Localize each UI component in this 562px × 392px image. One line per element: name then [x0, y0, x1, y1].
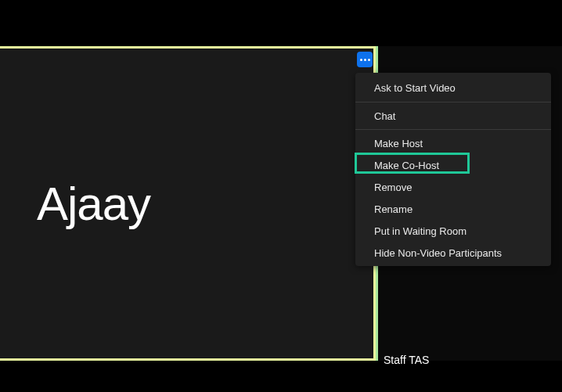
- menu-item-ask-start-video[interactable]: Ask to Start Video: [355, 75, 551, 99]
- participant-name-main: Ajaay: [37, 177, 150, 231]
- more-options-button[interactable]: [357, 52, 373, 67]
- menu-item-rename[interactable]: Rename: [355, 198, 551, 220]
- more-dots-icon: [360, 59, 370, 61]
- menu-item-make-host[interactable]: Make Host: [355, 132, 551, 154]
- participant-tile-main[interactable]: Ajaay: [0, 46, 376, 361]
- menu-item-waiting-room[interactable]: Put in Waiting Room: [355, 220, 551, 242]
- menu-item-chat[interactable]: Chat: [355, 105, 551, 127]
- menu-item-make-cohost-label: Make Co-Host: [374, 160, 439, 171]
- menu-item-hide-nonvideo[interactable]: Hide Non-Video Participants: [355, 242, 551, 264]
- participant-name-secondary: Staff TAS: [384, 354, 429, 366]
- menu-item-remove[interactable]: Remove: [355, 176, 551, 198]
- menu-item-make-cohost[interactable]: Make Co-Host: [355, 154, 551, 176]
- participant-context-menu: Ask to Start Video Chat Make Host Make C…: [355, 73, 551, 266]
